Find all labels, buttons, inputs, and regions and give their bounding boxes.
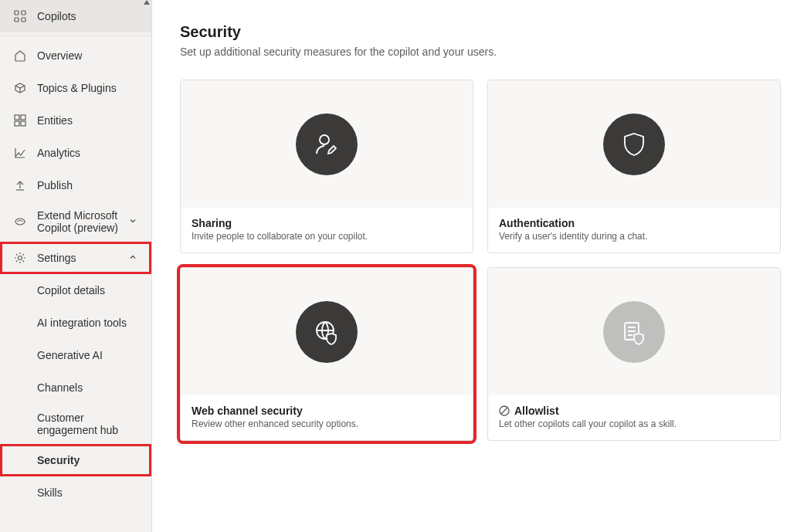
nav-analytics-label: Analytics [37, 147, 139, 159]
nav-generative-ai[interactable]: Generative AI [0, 339, 151, 371]
page-title: Security [180, 23, 769, 41]
scroll-up-indicator [144, 0, 150, 5]
nav-copilots-label: Copilots [37, 10, 139, 22]
card-sharing-visual [181, 80, 473, 208]
nav-overview[interactable]: Overview [0, 39, 151, 72]
card-auth-desc: Verify a user's identity during a chat. [499, 231, 769, 242]
sidebar: Copilots Overview Topics & Plugins Entit… [0, 0, 152, 532]
person-edit-icon [296, 114, 358, 175]
nav-skills[interactable]: Skills [0, 476, 151, 509]
svg-rect-7 [21, 121, 25, 126]
page-subtitle: Set up additional security measures for … [180, 46, 769, 58]
nav-channels-label: Channels [37, 381, 139, 394]
nav-copilots[interactable]: Copilots [0, 0, 151, 32]
card-grid: Sharing Invite people to collaborate on … [180, 80, 769, 441]
card-web-desc: Review other enhanced security options. [192, 418, 462, 429]
card-allowlist-title-text: Allowlist [514, 405, 559, 417]
nav-generative-ai-label: Generative AI [37, 349, 139, 361]
card-web-visual [181, 268, 473, 395]
card-allowlist-title: Allowlist [499, 405, 769, 417]
svg-rect-3 [22, 18, 25, 22]
nav-topics[interactable]: Topics & Plugins [0, 72, 151, 104]
card-sharing-title: Sharing [192, 217, 462, 229]
home-icon [12, 48, 28, 63]
nav-customer-hub-label: Customer engagement hub [37, 412, 139, 436]
svg-point-9 [19, 256, 22, 260]
nav-ai-integration-label: AI integration tools [37, 317, 139, 329]
svg-rect-5 [21, 115, 25, 120]
chevron-up-icon [128, 252, 139, 263]
nav-overview-label: Overview [37, 49, 139, 62]
grid-icon [12, 8, 28, 24]
nav-entities[interactable]: Entities [0, 104, 151, 137]
nav-copilot-details-label: Copilot details [37, 284, 139, 296]
nav-extend-label: Extend Microsoft Copilot (preview) [37, 209, 128, 234]
svg-rect-0 [15, 11, 19, 15]
card-web-title: Web channel security [192, 405, 462, 417]
chart-icon [12, 145, 28, 161]
nav-channels[interactable]: Channels [0, 371, 151, 404]
card-sharing[interactable]: Sharing Invite people to collaborate on … [180, 80, 473, 253]
list-shield-icon [603, 301, 665, 363]
prohibited-icon [499, 405, 510, 416]
entities-icon [12, 113, 28, 128]
card-sharing-desc: Invite people to collaborate on your cop… [192, 231, 462, 242]
nav-entities-label: Entities [37, 114, 139, 127]
svg-rect-6 [15, 121, 19, 126]
copilot-icon [12, 214, 28, 229]
nav-topics-label: Topics & Plugins [37, 82, 139, 94]
nav-settings[interactable]: Settings [0, 242, 151, 274]
svg-rect-4 [15, 115, 19, 120]
nav-publish[interactable]: Publish [0, 169, 151, 202]
nav-settings-label: Settings [37, 252, 128, 264]
main-content: Security Set up additional security meas… [152, 0, 797, 532]
card-allowlist[interactable]: Allowlist Let other copilots call your c… [487, 267, 781, 441]
card-allowlist-desc: Let other copilots call your copilot as … [499, 418, 769, 429]
svg-point-10 [320, 135, 329, 144]
gear-icon [12, 250, 28, 266]
nav-security[interactable]: Security [0, 444, 151, 476]
card-auth-title: Authentication [499, 217, 769, 229]
chevron-down-icon [128, 216, 139, 227]
box-icon [12, 80, 28, 96]
svg-point-8 [15, 219, 25, 225]
card-auth-visual [488, 80, 780, 208]
svg-rect-1 [22, 11, 25, 15]
nav-copilot-details[interactable]: Copilot details [0, 274, 151, 307]
nav-ai-integration[interactable]: AI integration tools [0, 307, 151, 339]
nav-customer-hub[interactable]: Customer engagement hub [0, 404, 151, 444]
card-web-channel[interactable]: Web channel security Review other enhanc… [180, 267, 473, 441]
card-allowlist-visual [488, 268, 780, 395]
upload-icon [12, 178, 28, 193]
nav-skills-label: Skills [37, 486, 139, 499]
divider [0, 36, 151, 36]
shield-icon [603, 114, 665, 175]
globe-shield-icon [296, 301, 358, 363]
nav-security-label: Security [37, 454, 139, 466]
nav-publish-label: Publish [37, 179, 139, 191]
svg-rect-2 [15, 18, 19, 22]
card-authentication[interactable]: Authentication Verify a user's identity … [487, 80, 781, 253]
nav-analytics[interactable]: Analytics [0, 137, 151, 169]
nav-extend[interactable]: Extend Microsoft Copilot (preview) [0, 202, 151, 242]
